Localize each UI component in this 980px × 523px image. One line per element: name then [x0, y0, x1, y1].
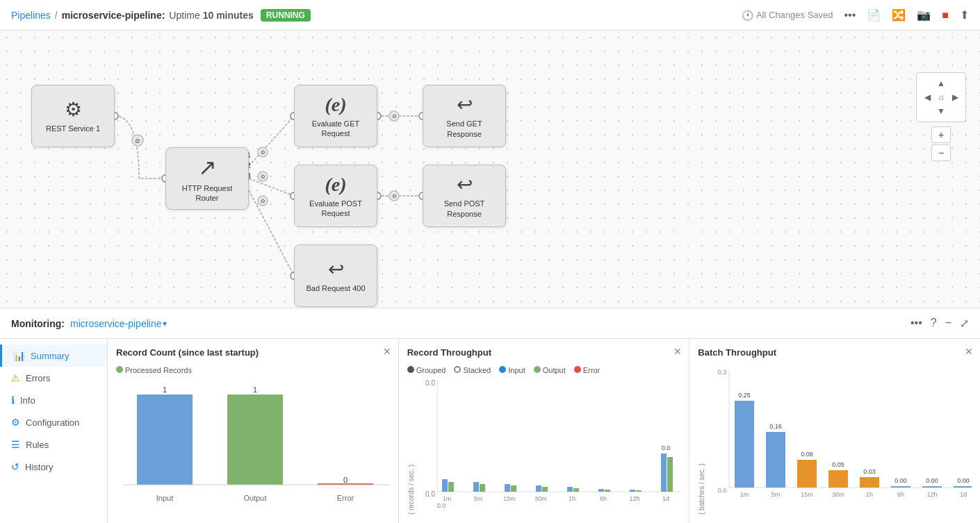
camera-icon[interactable]: 📷: [917, 8, 931, 22]
svg-text:Output: Output: [243, 494, 266, 502]
svg-rect-56: [630, 490, 635, 492]
svg-rect-59: [661, 454, 667, 492]
svg-point-13: [258, 172, 268, 181]
sidebar-item-configuration[interactable]: ⚙ Configuration: [0, 411, 107, 433]
sidebar-item-errors[interactable]: ⚠ Errors: [0, 367, 107, 389]
svg-text:✿: ✿: [261, 174, 266, 180]
shuffle-icon[interactable]: 🔀: [892, 8, 906, 22]
uptime-value: 10 minutes: [203, 10, 254, 21]
pipeline-name: microservice-pipeline:: [62, 10, 165, 21]
svg-text:0.08: 0.08: [801, 451, 814, 458]
output-label: Output: [543, 366, 566, 374]
svg-text:0: 0: [343, 476, 348, 484]
record-throughput-close[interactable]: ✕: [673, 346, 682, 357]
monitoring-label: Monitoring:: [11, 318, 65, 329]
monitoring-body: 📊 Summary ⚠ Errors ℹ Info ⚙ Configuratio…: [0, 339, 980, 523]
nav-left-btn[interactable]: ◀: [920, 90, 934, 104]
zoom-in-btn[interactable]: +: [931, 126, 951, 143]
node-evaluate-get[interactable]: (e) Evaluate GETRequest: [294, 85, 377, 147]
evaluate-post-icon: (e): [325, 174, 346, 196]
more-icon[interactable]: •••: [844, 9, 856, 22]
nav-up-btn[interactable]: ▲: [934, 76, 948, 90]
monitoring-help-icon[interactable]: ?: [931, 317, 937, 330]
node-http-router[interactable]: ↗ HTTP RequestRouter: [165, 147, 249, 210]
svg-text:0.00: 0.00: [926, 477, 939, 484]
svg-rect-39: [448, 482, 454, 492]
node-rest-service-1-label: REST Service 1: [46, 124, 100, 133]
record-count-chart: 1 Input 1 Output 0 Error: [116, 377, 390, 523]
sidebar-item-history[interactable]: ↺ History: [0, 456, 107, 478]
history-label: History: [25, 462, 53, 472]
svg-point-19: [389, 191, 399, 201]
nav-pad: ▲ ◀ ⌂ ▶ ▼: [916, 72, 966, 122]
stop-icon[interactable]: ■: [942, 9, 949, 22]
svg-rect-71: [735, 401, 754, 488]
info-label: Info: [20, 395, 35, 406]
info-icon: ℹ: [11, 395, 15, 406]
document-icon[interactable]: 📄: [867, 8, 881, 22]
svg-point-17: [389, 111, 399, 121]
monitoring-sidebar: 📊 Summary ⚠ Errors ℹ Info ⚙ Configuratio…: [0, 339, 108, 523]
svg-text:0.05: 0.05: [833, 461, 845, 468]
svg-rect-44: [505, 484, 510, 492]
svg-rect-74: [766, 432, 785, 488]
node-rest-service-1[interactable]: ⚙ REST Service 1: [31, 85, 115, 147]
nav-arrows: ▲ ◀ ⌂ ▶ ▼: [920, 76, 962, 118]
svg-point-11: [258, 147, 268, 157]
node-send-get[interactable]: ↩ Send GETResponse: [423, 85, 506, 147]
svg-text:✿: ✿: [392, 193, 397, 199]
node-evaluate-post[interactable]: (e) Evaluate POSTRequest: [294, 165, 377, 227]
svg-rect-92: [954, 486, 972, 488]
svg-rect-42: [480, 484, 485, 492]
send-post-icon: ↩: [457, 173, 473, 196]
record-throughput-panel: Record Throughput ✕ Grouped Stacked Inpu…: [399, 339, 690, 523]
monitoring-minimize-icon[interactable]: −: [945, 317, 952, 330]
batch-throughput-close[interactable]: ✕: [965, 346, 973, 357]
error-label: Error: [583, 366, 600, 374]
svg-text:15m: 15m: [801, 491, 814, 498]
svg-text:✿: ✿: [135, 138, 140, 144]
svg-rect-80: [828, 470, 848, 488]
node-bad-request[interactable]: ↩ Bad Request 400: [294, 244, 377, 307]
sidebar-item-summary[interactable]: 📊 Summary: [0, 344, 107, 367]
svg-text:0.00: 0.00: [958, 477, 970, 484]
monitoring-more-icon[interactable]: •••: [910, 317, 922, 330]
nav-right-btn[interactable]: ▶: [948, 90, 962, 104]
svg-text:0.0: 0.0: [437, 502, 446, 509]
rules-icon: ☰: [11, 439, 20, 450]
svg-text:15m: 15m: [503, 495, 516, 502]
input-label: Input: [508, 366, 525, 374]
rest-service-icon: ⚙: [65, 98, 82, 121]
record-count-close[interactable]: ✕: [383, 346, 391, 357]
monitoring-pipeline-link[interactable]: microservice-pipeline: [70, 318, 162, 329]
uptime-label: Uptime: [169, 10, 199, 21]
svg-text:0.16: 0.16: [770, 423, 783, 430]
svg-text:1m: 1m: [740, 491, 749, 498]
zoom-out-btn[interactable]: −: [931, 144, 951, 161]
rules-label: Rules: [26, 440, 49, 450]
zoom-controls: ▲ ◀ ⌂ ▶ ▼ + −: [916, 72, 966, 161]
nav-down-btn[interactable]: ▼: [934, 104, 948, 118]
svg-rect-60: [667, 457, 673, 492]
monitoring-header: Monitoring: microservice-pipeline ▾ ••• …: [0, 308, 980, 339]
sidebar-item-rules[interactable]: ☰ Rules: [0, 433, 107, 456]
batch-throughput-panel: Batch Throughput ✕ ( batches / sec. ) 0.…: [689, 339, 980, 523]
svg-text:1h: 1h: [866, 491, 873, 498]
svg-rect-48: [542, 487, 548, 492]
svg-text:0.0: 0.0: [425, 379, 435, 387]
monitoring-maximize-icon[interactable]: ⤢: [960, 317, 969, 330]
node-bad-request-label: Bad Request 400: [306, 283, 365, 293]
svg-text:30m: 30m: [534, 495, 547, 502]
svg-text:1: 1: [163, 385, 167, 394]
monitoring-pipeline-dropdown[interactable]: ▾: [163, 319, 167, 329]
batch-throughput-svg: 0.3 0.0 0.25 1m 0.16 5m: [708, 366, 972, 512]
monitoring-section: Monitoring: microservice-pipeline ▾ ••• …: [0, 308, 980, 523]
pipelines-link[interactable]: Pipelines: [11, 10, 51, 21]
svg-point-9: [132, 135, 143, 146]
node-send-post[interactable]: ↩ Send POSTResponse: [423, 165, 506, 227]
errors-label: Errors: [26, 373, 50, 383]
sidebar-item-info[interactable]: ℹ Info: [0, 389, 107, 411]
svg-text:1d: 1d: [662, 495, 669, 502]
nav-home-btn[interactable]: ⌂: [934, 90, 948, 104]
share-icon[interactable]: ⬆: [960, 8, 969, 22]
